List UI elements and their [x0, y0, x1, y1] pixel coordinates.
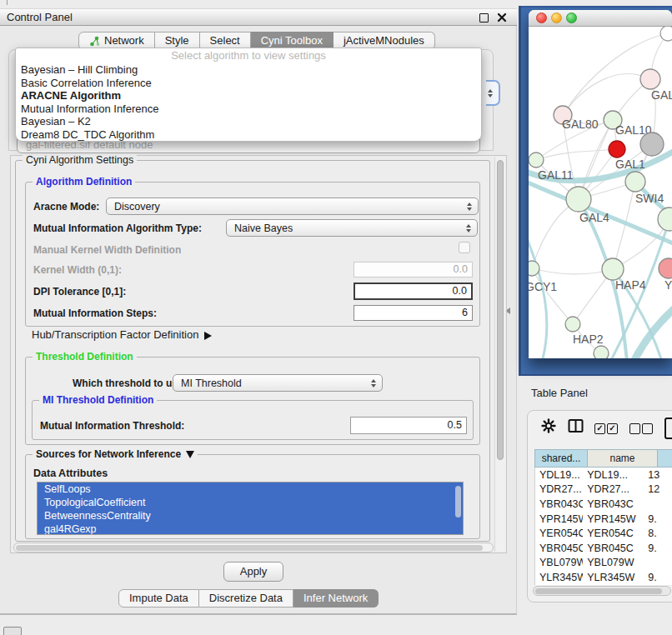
- table-cell[interactable]: 9.: [645, 542, 672, 554]
- table-cell[interactable]: 13: [645, 469, 672, 481]
- table-row[interactable]: YBR043CYBR043C: [535, 497, 672, 512]
- graph-node[interactable]: [660, 27, 672, 41]
- table-cell[interactable]: YLR345W: [583, 572, 645, 583]
- graph-node-swi4[interactable]: [658, 208, 672, 231]
- graph-node[interactable]: [594, 346, 609, 358]
- apply-button[interactable]: Apply: [223, 562, 283, 582]
- table-row[interactable]: YPR145WYPR145W9.: [535, 512, 672, 527]
- graph-node-gal[interactable]: [640, 69, 660, 89]
- settings-vscrollbar-thumb[interactable]: [497, 160, 504, 460]
- table-cell[interactable]: YDL19...: [535, 469, 583, 481]
- graph-node-gal11[interactable]: [529, 152, 544, 168]
- table-row[interactable]: YBL079WYBL079W: [535, 556, 672, 571]
- attribute-item[interactable]: BetweennessCentrality: [38, 509, 463, 522]
- close-traffic-light[interactable]: [536, 12, 547, 23]
- algorithm-option[interactable]: Bayesian – Hill Climbing: [16, 63, 481, 77]
- columns-icon[interactable]: [568, 418, 584, 436]
- checked-checkbox-icon[interactable]: ✓: [607, 423, 618, 434]
- attribute-item[interactable]: TopologicalCoefficient: [38, 496, 463, 509]
- aracne-mode-combo[interactable]: Discovery: [106, 198, 479, 215]
- graph-node-gal1[interactable]: [625, 172, 645, 192]
- table-cell[interactable]: YLR345W: [535, 572, 583, 583]
- table-row[interactable]: YDL19...YDL19...13: [535, 468, 672, 482]
- algorithm-option[interactable]: Bayesian – K2: [16, 115, 481, 128]
- mi-threshold-field[interactable]: 0.5: [350, 417, 467, 434]
- network-canvas[interactable]: GALGAL80GAL10GAL1GAL11SWI4GAL4GCY1HAP4YH…: [529, 27, 672, 358]
- unchecked-checkbox-icon[interactable]: [629, 423, 640, 434]
- table-hscrollbar-thumb[interactable]: [535, 588, 662, 594]
- which-threshold-combo[interactable]: MI Threshold: [173, 374, 383, 392]
- settings-hscrollbar-thumb[interactable]: [16, 545, 483, 551]
- settings-hscrollbar[interactable]: [13, 542, 494, 552]
- float-window-icon[interactable]: [479, 13, 489, 22]
- graph-node-gal4[interactable]: [566, 187, 591, 212]
- attribute-item[interactable]: SelfLoops: [38, 482, 463, 496]
- table-cell[interactable]: 9.: [645, 513, 672, 525]
- column-header-name[interactable]: name: [588, 449, 658, 468]
- table-cell[interactable]: YPR145W: [583, 513, 645, 525]
- dpi-tolerance-field[interactable]: 0.0: [354, 282, 473, 300]
- checked-checkbox-icon[interactable]: ✓: [594, 423, 605, 434]
- table-cell[interactable]: YBR045C: [535, 542, 583, 554]
- attribute-item[interactable]: gal4RGexp: [38, 522, 463, 535]
- table-mode-icon[interactable]: [664, 418, 672, 439]
- table-cell[interactable]: YBR043C: [535, 498, 583, 510]
- table-cell[interactable]: YPR145W: [535, 513, 583, 525]
- table-row[interactable]: YBR045CYBR045C9.: [535, 541, 672, 556]
- mi-algorithm-type-combo[interactable]: Naive Bayes: [226, 219, 478, 237]
- table-cell[interactable]: YER054C: [583, 528, 645, 539]
- table-cell[interactable]: YBL079W: [583, 557, 645, 568]
- algorithm-option[interactable]: Basic Correlation Inference: [16, 77, 481, 90]
- network-window-titlebar[interactable]: [529, 10, 672, 27]
- tab-impute-data[interactable]: Impute Data: [118, 589, 199, 608]
- column-header-partial[interactable]: [658, 449, 672, 468]
- mi-threshold-group-title: MI Threshold Definition: [39, 394, 157, 406]
- mi-algorithm-type-value: Naive Bayes: [234, 222, 293, 234]
- data-attributes-label: Data Attributes: [33, 468, 108, 479]
- zoom-traffic-light[interactable]: [566, 12, 577, 23]
- stepper-arrows-icon: [371, 375, 376, 391]
- collapsed-panel-icon[interactable]: [3, 627, 22, 635]
- table-cell[interactable]: YDR27...: [583, 483, 645, 495]
- manual-kernel-width-checkbox[interactable]: [459, 242, 470, 253]
- table-cell[interactable]: YBL079W: [535, 557, 583, 568]
- column-header-shared[interactable]: shared...: [534, 449, 588, 468]
- table-cell[interactable]: YER054C: [535, 528, 583, 539]
- gear-icon[interactable]: [541, 418, 556, 436]
- mi-steps-label: Mutual Information Steps:: [33, 308, 157, 319]
- focused-combo-fragment[interactable]: [486, 80, 500, 106]
- graph-node[interactable]: [609, 141, 625, 158]
- table-cell[interactable]: 12: [645, 483, 672, 495]
- table-row[interactable]: YLR345WYLR345W9.: [535, 570, 672, 585]
- network-icon: [89, 36, 100, 47]
- attributes-vscrollbar-thumb[interactable]: [455, 486, 461, 518]
- table-cell[interactable]: YDL19...: [583, 469, 645, 481]
- algorithm-option[interactable]: ARACNE Algorithm: [16, 89, 481, 102]
- table-cell[interactable]: 8.: [645, 528, 672, 539]
- algorithm-option[interactable]: Mutual Information Inference: [16, 102, 481, 116]
- tab-infer-network[interactable]: Infer Network: [293, 589, 379, 608]
- kernel-width-field[interactable]: 0.0: [354, 262, 473, 278]
- table-cell[interactable]: YDR27...: [535, 483, 583, 495]
- graph-node[interactable]: [640, 132, 664, 156]
- table-cell[interactable]: 9.: [645, 572, 672, 583]
- tab-discretize-data[interactable]: Discretize Data: [199, 589, 293, 608]
- close-icon[interactable]: [497, 12, 507, 22]
- table-cell[interactable]: YBR043C: [583, 498, 645, 510]
- table-cell[interactable]: YBR045C: [583, 542, 645, 554]
- settings-vscrollbar[interactable]: [494, 157, 505, 552]
- algorithm-option[interactable]: Dream8 DC_TDC Algorithm: [16, 128, 481, 142]
- graph-node-hap4[interactable]: [602, 258, 624, 280]
- graph-node-hap2[interactable]: [565, 317, 580, 332]
- table-row[interactable]: YDR27...YDR27...12: [535, 482, 672, 498]
- hub-section-header[interactable]: Hub/Transcription Factor Definition: [32, 328, 212, 341]
- table-hscrollbar[interactable]: [533, 586, 671, 596]
- minimize-traffic-light[interactable]: [551, 12, 562, 23]
- sources-header[interactable]: Sources for Network Inference: [33, 448, 198, 460]
- mi-steps-field[interactable]: 6: [354, 305, 473, 321]
- network-window[interactable]: GALGAL80GAL10GAL1GAL11SWI4GAL4GCY1HAP4YH…: [529, 10, 672, 358]
- table-row[interactable]: YER054CYER054C8.: [535, 526, 672, 541]
- graph-node-gcy1[interactable]: [529, 261, 539, 276]
- unchecked-checkbox-icon[interactable]: [642, 423, 653, 434]
- graph-node-y[interactable]: [659, 258, 672, 278]
